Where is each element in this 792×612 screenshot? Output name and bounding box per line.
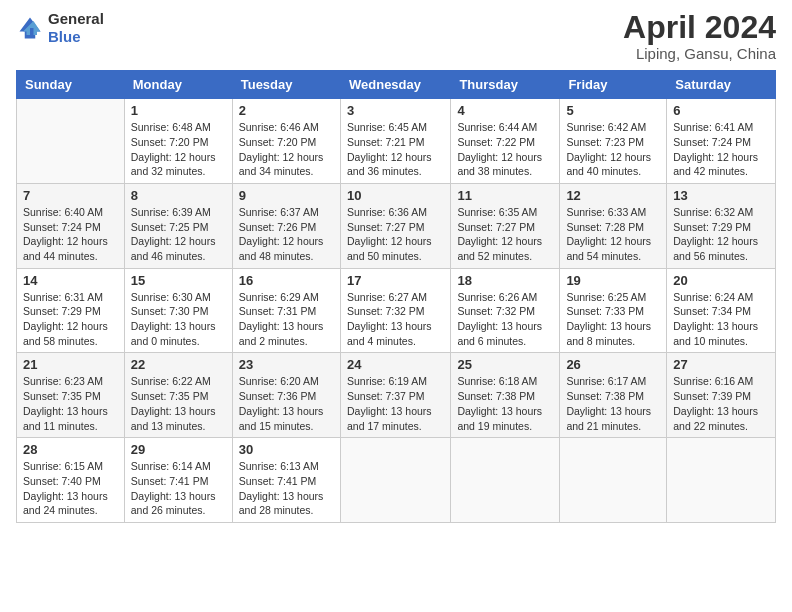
day-info: Sunrise: 6:33 AMSunset: 7:28 PMDaylight:… (566, 205, 660, 264)
day-info: Sunrise: 6:30 AMSunset: 7:30 PMDaylight:… (131, 290, 226, 349)
calendar-cell: 25Sunrise: 6:18 AMSunset: 7:38 PMDayligh… (451, 353, 560, 438)
calendar-cell: 27Sunrise: 6:16 AMSunset: 7:39 PMDayligh… (667, 353, 776, 438)
day-info: Sunrise: 6:16 AMSunset: 7:39 PMDaylight:… (673, 374, 769, 433)
day-number: 14 (23, 273, 118, 288)
title-block: April 2024 Liping, Gansu, China (623, 10, 776, 62)
calendar-cell: 24Sunrise: 6:19 AMSunset: 7:37 PMDayligh… (340, 353, 450, 438)
calendar-header-row: Sunday Monday Tuesday Wednesday Thursday… (17, 71, 776, 99)
day-info: Sunrise: 6:22 AMSunset: 7:35 PMDaylight:… (131, 374, 226, 433)
day-info: Sunrise: 6:39 AMSunset: 7:25 PMDaylight:… (131, 205, 226, 264)
day-number: 20 (673, 273, 769, 288)
calendar-cell: 17Sunrise: 6:27 AMSunset: 7:32 PMDayligh… (340, 268, 450, 353)
calendar-cell: 29Sunrise: 6:14 AMSunset: 7:41 PMDayligh… (124, 438, 232, 523)
day-number: 4 (457, 103, 553, 118)
logo: General Blue (16, 10, 104, 46)
day-info: Sunrise: 6:24 AMSunset: 7:34 PMDaylight:… (673, 290, 769, 349)
day-info: Sunrise: 6:32 AMSunset: 7:29 PMDaylight:… (673, 205, 769, 264)
day-number: 6 (673, 103, 769, 118)
day-number: 22 (131, 357, 226, 372)
calendar-cell: 22Sunrise: 6:22 AMSunset: 7:35 PMDayligh… (124, 353, 232, 438)
day-number: 8 (131, 188, 226, 203)
calendar-cell: 11Sunrise: 6:35 AMSunset: 7:27 PMDayligh… (451, 183, 560, 268)
day-number: 1 (131, 103, 226, 118)
col-friday: Friday (560, 71, 667, 99)
day-number: 13 (673, 188, 769, 203)
day-number: 5 (566, 103, 660, 118)
calendar-week-row: 7Sunrise: 6:40 AMSunset: 7:24 PMDaylight… (17, 183, 776, 268)
calendar-cell: 9Sunrise: 6:37 AMSunset: 7:26 PMDaylight… (232, 183, 340, 268)
col-wednesday: Wednesday (340, 71, 450, 99)
calendar-week-row: 1Sunrise: 6:48 AMSunset: 7:20 PMDaylight… (17, 99, 776, 184)
day-info: Sunrise: 6:36 AMSunset: 7:27 PMDaylight:… (347, 205, 444, 264)
day-number: 11 (457, 188, 553, 203)
calendar-cell: 10Sunrise: 6:36 AMSunset: 7:27 PMDayligh… (340, 183, 450, 268)
day-number: 25 (457, 357, 553, 372)
calendar-cell: 4Sunrise: 6:44 AMSunset: 7:22 PMDaylight… (451, 99, 560, 184)
calendar-table: Sunday Monday Tuesday Wednesday Thursday… (16, 70, 776, 523)
day-info: Sunrise: 6:42 AMSunset: 7:23 PMDaylight:… (566, 120, 660, 179)
calendar-cell: 5Sunrise: 6:42 AMSunset: 7:23 PMDaylight… (560, 99, 667, 184)
day-number: 15 (131, 273, 226, 288)
day-info: Sunrise: 6:18 AMSunset: 7:38 PMDaylight:… (457, 374, 553, 433)
calendar-cell: 26Sunrise: 6:17 AMSunset: 7:38 PMDayligh… (560, 353, 667, 438)
header: General Blue April 2024 Liping, Gansu, C… (16, 10, 776, 62)
logo-text: General Blue (48, 10, 104, 46)
month-year: April 2024 (623, 10, 776, 45)
day-info: Sunrise: 6:37 AMSunset: 7:26 PMDaylight:… (239, 205, 334, 264)
day-number: 29 (131, 442, 226, 457)
day-info: Sunrise: 6:15 AMSunset: 7:40 PMDaylight:… (23, 459, 118, 518)
calendar-cell: 7Sunrise: 6:40 AMSunset: 7:24 PMDaylight… (17, 183, 125, 268)
calendar-cell (340, 438, 450, 523)
day-info: Sunrise: 6:20 AMSunset: 7:36 PMDaylight:… (239, 374, 334, 433)
location: Liping, Gansu, China (623, 45, 776, 62)
day-info: Sunrise: 6:23 AMSunset: 7:35 PMDaylight:… (23, 374, 118, 433)
day-info: Sunrise: 6:44 AMSunset: 7:22 PMDaylight:… (457, 120, 553, 179)
day-info: Sunrise: 6:17 AMSunset: 7:38 PMDaylight:… (566, 374, 660, 433)
day-info: Sunrise: 6:29 AMSunset: 7:31 PMDaylight:… (239, 290, 334, 349)
day-number: 12 (566, 188, 660, 203)
calendar-cell: 15Sunrise: 6:30 AMSunset: 7:30 PMDayligh… (124, 268, 232, 353)
day-number: 30 (239, 442, 334, 457)
day-number: 26 (566, 357, 660, 372)
calendar-cell: 20Sunrise: 6:24 AMSunset: 7:34 PMDayligh… (667, 268, 776, 353)
day-info: Sunrise: 6:26 AMSunset: 7:32 PMDaylight:… (457, 290, 553, 349)
day-info: Sunrise: 6:27 AMSunset: 7:32 PMDaylight:… (347, 290, 444, 349)
calendar-cell: 6Sunrise: 6:41 AMSunset: 7:24 PMDaylight… (667, 99, 776, 184)
calendar-cell: 18Sunrise: 6:26 AMSunset: 7:32 PMDayligh… (451, 268, 560, 353)
day-info: Sunrise: 6:35 AMSunset: 7:27 PMDaylight:… (457, 205, 553, 264)
calendar-cell: 30Sunrise: 6:13 AMSunset: 7:41 PMDayligh… (232, 438, 340, 523)
day-info: Sunrise: 6:48 AMSunset: 7:20 PMDaylight:… (131, 120, 226, 179)
calendar-week-row: 21Sunrise: 6:23 AMSunset: 7:35 PMDayligh… (17, 353, 776, 438)
calendar-cell: 16Sunrise: 6:29 AMSunset: 7:31 PMDayligh… (232, 268, 340, 353)
calendar-cell: 1Sunrise: 6:48 AMSunset: 7:20 PMDaylight… (124, 99, 232, 184)
day-number: 24 (347, 357, 444, 372)
day-number: 28 (23, 442, 118, 457)
day-info: Sunrise: 6:25 AMSunset: 7:33 PMDaylight:… (566, 290, 660, 349)
day-number: 3 (347, 103, 444, 118)
calendar-cell: 21Sunrise: 6:23 AMSunset: 7:35 PMDayligh… (17, 353, 125, 438)
calendar-cell: 14Sunrise: 6:31 AMSunset: 7:29 PMDayligh… (17, 268, 125, 353)
calendar-week-row: 14Sunrise: 6:31 AMSunset: 7:29 PMDayligh… (17, 268, 776, 353)
day-number: 9 (239, 188, 334, 203)
col-monday: Monday (124, 71, 232, 99)
col-sunday: Sunday (17, 71, 125, 99)
calendar-cell (17, 99, 125, 184)
day-info: Sunrise: 6:14 AMSunset: 7:41 PMDaylight:… (131, 459, 226, 518)
page: General Blue April 2024 Liping, Gansu, C… (0, 0, 792, 612)
day-number: 21 (23, 357, 118, 372)
calendar-cell (451, 438, 560, 523)
day-info: Sunrise: 6:46 AMSunset: 7:20 PMDaylight:… (239, 120, 334, 179)
day-number: 2 (239, 103, 334, 118)
calendar-cell (667, 438, 776, 523)
day-number: 17 (347, 273, 444, 288)
calendar-cell: 23Sunrise: 6:20 AMSunset: 7:36 PMDayligh… (232, 353, 340, 438)
calendar-cell: 28Sunrise: 6:15 AMSunset: 7:40 PMDayligh… (17, 438, 125, 523)
calendar-cell: 19Sunrise: 6:25 AMSunset: 7:33 PMDayligh… (560, 268, 667, 353)
day-number: 19 (566, 273, 660, 288)
day-info: Sunrise: 6:13 AMSunset: 7:41 PMDaylight:… (239, 459, 334, 518)
day-number: 18 (457, 273, 553, 288)
calendar-cell: 12Sunrise: 6:33 AMSunset: 7:28 PMDayligh… (560, 183, 667, 268)
calendar-week-row: 28Sunrise: 6:15 AMSunset: 7:40 PMDayligh… (17, 438, 776, 523)
logo-icon (16, 14, 44, 42)
day-number: 16 (239, 273, 334, 288)
